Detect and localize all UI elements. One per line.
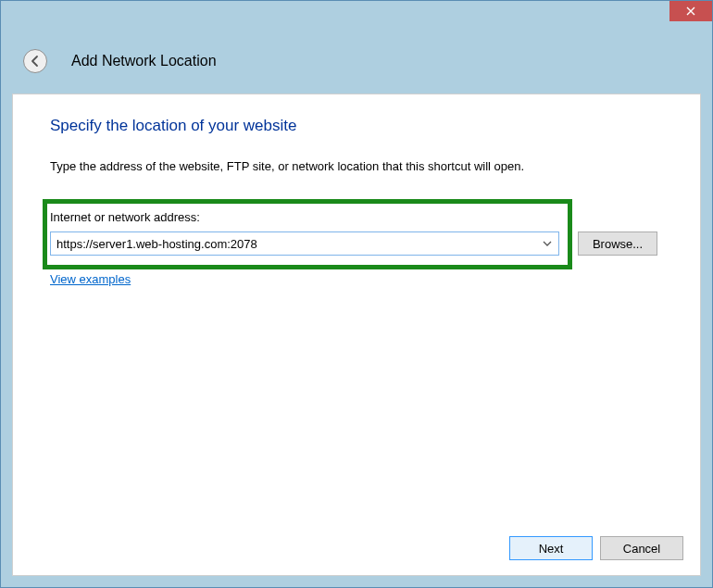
- next-button[interactable]: Next: [509, 536, 593, 560]
- cancel-button[interactable]: Cancel: [600, 536, 683, 560]
- address-combobox[interactable]: https://server1.web-hosting.com:2078: [50, 231, 559, 256]
- browse-button[interactable]: Browse...: [578, 231, 657, 256]
- address-section: Internet or network address: https://ser…: [50, 210, 663, 286]
- content-inner: Specify the location of your website Typ…: [13, 94, 700, 305]
- address-input-row: Internet or network address: https://ser…: [50, 210, 663, 256]
- close-icon: [686, 6, 695, 16]
- title-bar: [1, 1, 712, 31]
- address-value: https://server1.web-hosting.com:2078: [56, 237, 540, 251]
- chevron-down-icon: [543, 241, 552, 246]
- close-button[interactable]: [669, 1, 712, 21]
- wizard-window: Add Network Location Specify the locatio…: [0, 0, 713, 588]
- address-input-column: Internet or network address: https://ser…: [50, 210, 559, 256]
- address-label: Internet or network address:: [50, 210, 559, 224]
- back-button[interactable]: [23, 49, 47, 73]
- footer-buttons: Next Cancel: [509, 536, 683, 560]
- view-examples-link[interactable]: View examples: [50, 272, 131, 286]
- page-heading: Specify the location of your website: [50, 117, 663, 135]
- instruction-text: Type the address of the website, FTP sit…: [50, 159, 663, 173]
- arrow-left-icon: [29, 55, 42, 68]
- wizard-title: Add Network Location: [71, 53, 217, 69]
- dropdown-toggle[interactable]: [540, 241, 555, 246]
- content-panel: Specify the location of your website Typ…: [12, 94, 701, 576]
- wizard-header: Add Network Location: [1, 31, 712, 90]
